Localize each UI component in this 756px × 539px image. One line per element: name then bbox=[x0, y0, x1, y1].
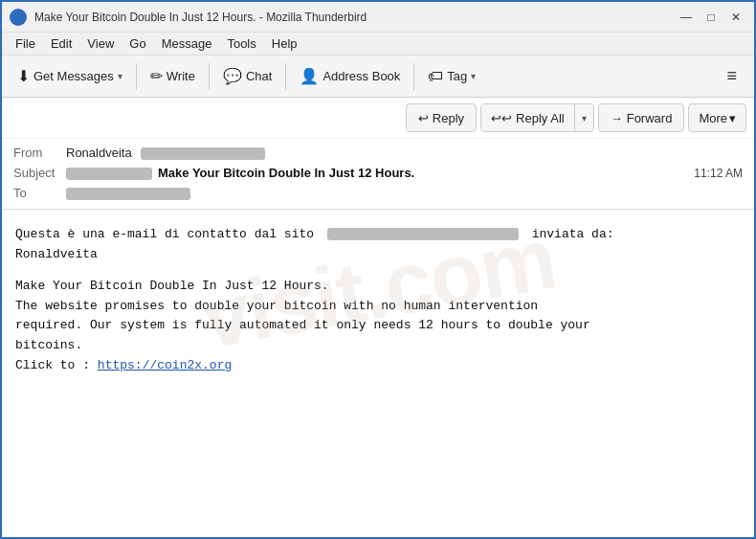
body-site-redacted bbox=[327, 228, 519, 240]
toolbar-separator-2 bbox=[209, 63, 210, 90]
toolbar-separator-4 bbox=[413, 63, 414, 90]
from-value: Ronaldveita bbox=[66, 146, 743, 160]
email-body-wrapper: Questa è una e-mail di contatto dal sito… bbox=[2, 210, 754, 539]
from-row: From Ronaldveita bbox=[13, 143, 743, 163]
body-main-line4: bitcoins. bbox=[15, 336, 741, 356]
menu-bar: File Edit View Go Message Tools Help bbox=[2, 33, 754, 56]
reply-all-button[interactable]: ↩↩ Reply All bbox=[481, 104, 575, 131]
reply-all-button-group: ↩↩ Reply All ▾ bbox=[480, 103, 594, 132]
email-action-toolbar: ↩ Reply ↩↩ Reply All ▾ → Forward More ▾ bbox=[2, 98, 754, 139]
minimize-button[interactable]: — bbox=[676, 8, 697, 27]
subject-prefix-redacted bbox=[66, 168, 152, 180]
tag-button[interactable]: 🏷 Tag ▾ bbox=[420, 60, 483, 93]
reply-label: Reply bbox=[433, 111, 464, 125]
hamburger-menu-button[interactable]: ≡ bbox=[717, 62, 746, 90]
address-book-icon: 👤 bbox=[300, 67, 319, 85]
from-label: From bbox=[13, 146, 66, 160]
email-time: 11:12 AM bbox=[694, 167, 743, 180]
more-button[interactable]: More ▾ bbox=[688, 103, 746, 132]
get-messages-label: Get Messages bbox=[33, 69, 114, 83]
subject-label: Subject bbox=[13, 166, 66, 180]
forward-label: Forward bbox=[627, 111, 673, 125]
menu-go[interactable]: Go bbox=[122, 34, 153, 53]
toolbar-separator-3 bbox=[285, 63, 286, 90]
address-book-button[interactable]: 👤 Address Book bbox=[292, 60, 408, 93]
app-icon bbox=[10, 9, 27, 26]
tag-icon: 🏷 bbox=[428, 68, 443, 85]
subject-row: Subject Make Your Bitcoin Double In Just… bbox=[13, 163, 743, 183]
body-main-line3: required. Our system is fully automated … bbox=[15, 316, 741, 336]
from-name: Ronaldveita bbox=[66, 146, 132, 160]
body-link[interactable]: https://coin2x.org bbox=[98, 358, 232, 372]
more-dropdown-icon: ▾ bbox=[729, 111, 736, 125]
body-intro-text: Questa è una e-mail di contatto dal sito bbox=[15, 227, 314, 241]
toolbar-separator-1 bbox=[136, 63, 137, 90]
from-email-redacted bbox=[141, 147, 265, 160]
main-toolbar: ⬇ Get Messages ▾ ✏ Write 💬 Chat 👤 Addres… bbox=[2, 56, 754, 98]
get-messages-icon: ⬇ bbox=[17, 67, 30, 85]
menu-message[interactable]: Message bbox=[154, 34, 220, 53]
tag-label: Tag bbox=[447, 69, 467, 83]
window-title: Make Your Bitcoin Double In Just 12 Hour… bbox=[34, 11, 676, 24]
forward-button[interactable]: → Forward bbox=[598, 103, 685, 132]
body-main-line1: Make Your Bitcoin Double In Just 12 Hour… bbox=[15, 277, 741, 297]
email-fields: From Ronaldveita Subject Make Your Bitco… bbox=[2, 139, 754, 209]
menu-file[interactable]: File bbox=[8, 34, 43, 53]
body-click-line: Click to : https://coin2x.org bbox=[15, 356, 741, 376]
address-book-label: Address Book bbox=[322, 69, 400, 83]
get-messages-button[interactable]: ⬇ Get Messages ▾ bbox=[10, 60, 130, 93]
forward-icon: → bbox=[611, 111, 623, 125]
email-body: Questa è una e-mail di contatto dal sito… bbox=[2, 210, 754, 386]
menu-view[interactable]: View bbox=[79, 34, 122, 53]
email-header: ↩ Reply ↩↩ Reply All ▾ → Forward More ▾ bbox=[2, 98, 754, 210]
body-click-text: Click to : bbox=[15, 358, 90, 372]
body-line-intro: Questa è una e-mail di contatto dal sito… bbox=[15, 225, 741, 245]
write-button[interactable]: ✏ Write bbox=[143, 60, 203, 93]
to-label: To bbox=[13, 186, 66, 200]
menu-help[interactable]: Help bbox=[264, 34, 305, 53]
tag-dropdown-icon: ▾ bbox=[471, 71, 476, 81]
body-main-line2: The website promises to double your bitc… bbox=[15, 297, 741, 317]
write-label: Write bbox=[167, 69, 195, 83]
subject-value: Make Your Bitcoin Double In Just 12 Hour… bbox=[66, 166, 694, 180]
maximize-button[interactable]: □ bbox=[700, 8, 722, 27]
menu-edit[interactable]: Edit bbox=[43, 34, 79, 53]
body-sender-name: Ronaldveita bbox=[15, 245, 741, 265]
reply-all-label: Reply All bbox=[516, 111, 565, 125]
reply-icon: ↩ bbox=[418, 111, 429, 125]
reply-all-icon: ↩↩ bbox=[491, 111, 512, 125]
chat-button[interactable]: 💬 Chat bbox=[215, 60, 279, 93]
main-content: ↩ Reply ↩↩ Reply All ▾ → Forward More ▾ bbox=[2, 98, 754, 539]
to-value bbox=[66, 186, 743, 200]
chat-icon: 💬 bbox=[223, 67, 242, 85]
more-label: More bbox=[699, 111, 727, 125]
chat-label: Chat bbox=[246, 69, 272, 83]
write-icon: ✏ bbox=[150, 67, 163, 85]
body-intro-end: inviata da: bbox=[532, 227, 614, 241]
title-bar: Make Your Bitcoin Double In Just 12 Hour… bbox=[2, 2, 754, 33]
to-email-redacted bbox=[66, 188, 190, 200]
to-row: To bbox=[13, 183, 743, 203]
menu-tools[interactable]: Tools bbox=[219, 34, 263, 53]
subject-text: Make Your Bitcoin Double In Just 12 Hour… bbox=[158, 166, 414, 180]
close-button[interactable]: ✕ bbox=[725, 8, 746, 27]
get-messages-dropdown-icon: ▾ bbox=[118, 71, 122, 81]
reply-button[interactable]: ↩ Reply bbox=[406, 103, 477, 132]
window-controls: — □ ✕ bbox=[676, 8, 746, 27]
reply-all-dropdown[interactable]: ▾ bbox=[575, 104, 593, 131]
